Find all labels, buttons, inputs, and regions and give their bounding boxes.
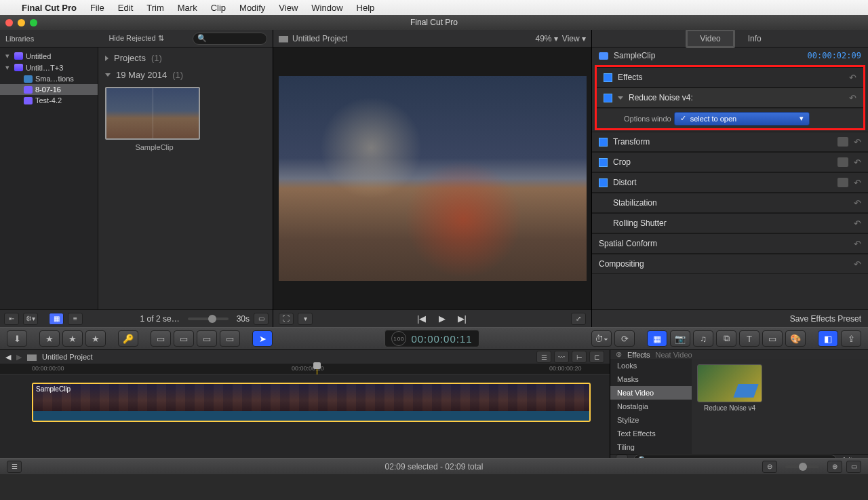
tree-item[interactable]: ▾Untitl…T+3 [0, 62, 98, 73]
timeline-back-button[interactable]: ◀ [5, 353, 11, 362]
effects-browser-button[interactable]: ▦ [647, 330, 667, 347]
library-search-input[interactable]: 🔍 [193, 33, 267, 45]
tab-video[interactable]: Video [686, 29, 734, 48]
effects-crumb[interactable]: Effects [627, 351, 650, 359]
crop-enable-checkbox[interactable] [599, 158, 608, 167]
effect-enable-checkbox[interactable] [604, 94, 612, 102]
keyword-button-2[interactable]: ★ [62, 330, 83, 347]
timeline-index-button[interactable]: ☰ [536, 351, 551, 363]
append-button[interactable]: ▭ [197, 330, 217, 347]
keyword-button[interactable]: ★ [39, 330, 60, 347]
zoom-dropdown[interactable]: 49% ▾ [535, 34, 557, 43]
transform-tool-button[interactable]: ⛶ [279, 313, 294, 325]
distort-icon[interactable] [837, 178, 848, 187]
music-browser-button[interactable]: ♫ [693, 330, 713, 347]
effects-header[interactable]: Effects [618, 73, 844, 82]
disclosure-icon[interactable] [618, 96, 623, 100]
timeline-ruler[interactable]: 00:00:00:00 00:00:00:10 00:00:00:20 [0, 364, 610, 374]
distort-enable-checkbox[interactable] [599, 178, 608, 187]
section-projects[interactable]: Projects [114, 53, 146, 63]
inspector-toggle-button[interactable]: ◧ [818, 330, 838, 347]
titles-browser-button[interactable]: T [739, 330, 760, 347]
import-button[interactable]: ⇤ [4, 313, 19, 325]
list-view-button[interactable]: ≡ [68, 313, 83, 325]
transitions-browser-button[interactable]: ⧉ [716, 330, 736, 347]
menu-clip[interactable]: Clip [211, 3, 226, 13]
gear-dropdown[interactable]: ⚙▾ [23, 313, 38, 325]
effects-category[interactable]: Text Effects [610, 427, 692, 440]
reset-button[interactable]: ↶ [849, 93, 856, 103]
next-edit-button[interactable]: ▶| [458, 313, 467, 324]
photos-browser-button[interactable]: 📷 [670, 330, 690, 347]
menu-mark[interactable]: Mark [178, 3, 197, 13]
distort-header[interactable]: Distort [613, 178, 832, 187]
transform-enable-checkbox[interactable] [599, 138, 608, 147]
reset-button[interactable]: ↶ [854, 178, 861, 188]
effects-category[interactable]: Tiling [610, 440, 692, 454]
menu-edit[interactable]: Edit [118, 3, 133, 13]
tree-item[interactable]: Test-4.2 [0, 95, 98, 106]
reset-button[interactable]: ↶ [854, 259, 861, 269]
crop-header[interactable]: Crop [613, 157, 832, 167]
reset-button[interactable]: ↶ [854, 137, 861, 147]
spatial-conform-header[interactable]: Spatial Conform [599, 239, 848, 248]
timeline-body[interactable]: SampleClip [0, 374, 610, 458]
thumbnail-size-slider[interactable] [188, 318, 229, 320]
viewer-frame[interactable] [279, 76, 587, 281]
tree-item[interactable]: 8-07-16 [0, 84, 98, 95]
connect-button[interactable]: ▭ [151, 330, 171, 347]
share-button[interactable]: ⇪ [841, 330, 861, 347]
save-effects-preset-button[interactable]: Save Effects Preset [790, 314, 861, 324]
crop-icon[interactable] [837, 157, 848, 167]
insert-button[interactable]: ▭ [174, 330, 194, 347]
disclosure-icon[interactable] [105, 56, 108, 61]
filmstrip-view-button[interactable]: ▦ [49, 313, 64, 325]
effect-thumbnail[interactable] [697, 364, 762, 402]
auto-enhance-button[interactable]: 🔑 [118, 330, 138, 347]
tree-item[interactable]: ▾Untitled [0, 50, 98, 62]
menu-view[interactable]: View [279, 3, 298, 13]
reset-button[interactable]: ↶ [849, 73, 856, 83]
snapping-button[interactable]: ⊢ [572, 351, 587, 363]
tab-info[interactable]: Info [735, 31, 774, 47]
effects-category[interactable]: Looks [610, 359, 692, 372]
reset-button[interactable]: ↶ [854, 157, 861, 168]
app-name[interactable]: Final Cut Pro [22, 3, 77, 13]
transform-icon[interactable] [837, 137, 848, 147]
options-window-dropdown[interactable]: ✓ select to open ▾ [674, 112, 810, 126]
compositing-header[interactable]: Compositing [599, 259, 848, 269]
themes-browser-button[interactable]: 🎨 [785, 330, 806, 347]
fullscreen-button[interactable]: ⤢ [571, 313, 586, 325]
reset-button[interactable]: ↶ [854, 218, 861, 229]
section-date[interactable]: 19 May 2014 [116, 70, 167, 80]
enhance-dropdown[interactable]: ⟳ [614, 330, 635, 347]
menu-window[interactable]: Window [311, 3, 342, 13]
overwrite-button[interactable]: ▭ [220, 330, 240, 347]
reset-button[interactable]: ↶ [854, 239, 861, 249]
arrow-tool-button[interactable]: ➤ [252, 330, 273, 347]
transform-dropdown[interactable]: ▾ [298, 313, 313, 325]
generators-browser-button[interactable]: ▭ [762, 330, 783, 347]
effects-category[interactable]: Neat Video [610, 386, 692, 400]
timeline-index-button[interactable]: ☰ [7, 461, 22, 473]
disclosure-icon[interactable] [105, 73, 111, 77]
effect-name[interactable]: Reduce Noise v4: [629, 93, 844, 102]
transform-header[interactable]: Transform [613, 137, 832, 147]
zoom-in-button[interactable]: ⊕ [827, 461, 842, 473]
clip-thumbnail[interactable] [105, 87, 200, 140]
audio-skimming-button[interactable]: 〰 [554, 351, 569, 363]
clip-appearance-button[interactable]: ▭ [254, 313, 269, 325]
clip-appearance-button[interactable]: ▭ [846, 461, 861, 473]
hide-rejected-dropdown[interactable]: Hide Rejected ⇅ [85, 34, 187, 43]
menu-trim[interactable]: Trim [146, 3, 164, 13]
zoom-window-button[interactable] [30, 19, 37, 26]
tree-item[interactable]: Sma…tions [0, 73, 98, 84]
reset-button[interactable]: ↶ [854, 198, 861, 208]
timeline-zoom-slider[interactable] [785, 465, 819, 468]
view-dropdown[interactable]: View ▾ [562, 34, 586, 43]
close-window-button[interactable] [5, 19, 13, 26]
menu-file[interactable]: File [90, 3, 104, 13]
menu-help[interactable]: Help [357, 3, 375, 13]
import-media-button[interactable]: ⬇ [7, 330, 27, 347]
close-icon[interactable]: ⊗ [616, 350, 622, 359]
